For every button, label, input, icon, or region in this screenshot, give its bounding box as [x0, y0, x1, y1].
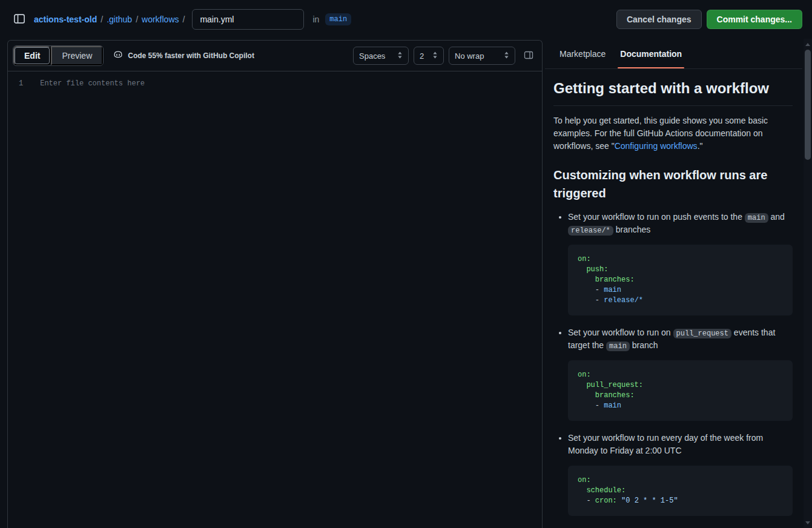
docs-content: Getting started with a workflow To help … — [545, 69, 802, 528]
bullet-text: and — [768, 212, 785, 222]
bullet-text: Set your workflow to run on push events … — [568, 212, 745, 222]
code-block-schedule-example: on: schedule: - cron: "0 2 * * 1-5" — [568, 466, 793, 516]
code-editor[interactable]: 1 Enter file contents here — [8, 71, 542, 528]
side-panel-icon — [524, 50, 533, 62]
inline-code-main: main — [606, 342, 630, 351]
breadcrumb-repo-link[interactable]: actions-test-old — [34, 15, 97, 24]
configuring-workflows-link[interactable]: Configuring workflows — [615, 141, 698, 151]
copilot-icon — [113, 50, 123, 62]
tab-preview[interactable]: Preview — [51, 46, 103, 65]
docs-intro-paragraph: To help you get started, this guide show… — [553, 114, 793, 153]
file-editor-panel: Edit Preview Code 55% faster with GitHub… — [7, 40, 543, 528]
scroll-down-icon — [805, 521, 810, 524]
tab-edit[interactable]: Edit — [13, 46, 51, 65]
breadcrumb-separator: / — [136, 15, 138, 24]
docs-tab-bar: Marketplace Documentation — [545, 39, 802, 69]
docs-section-title: Customizing when workflow runs are trigg… — [553, 166, 793, 202]
indent-mode-value: Spaces — [359, 51, 385, 61]
bullet-text: Set your workflow to run every day of th… — [568, 433, 763, 455]
list-item: Set your workflow to run on push events … — [568, 211, 793, 315]
filename-input[interactable] — [192, 9, 304, 30]
branch-badge: main — [325, 13, 351, 25]
bullet-text: Set your workflow to run on — [568, 328, 673, 337]
indent-size-value: 2 — [420, 51, 424, 61]
breadcrumb: actions-test-old / .github / workflows / — [34, 15, 185, 24]
docs-title: Getting started with a workflow — [553, 78, 793, 106]
breadcrumb-workflows-dir-link[interactable]: workflows — [142, 15, 179, 24]
list-item: Set your workflow to run on pull_request… — [568, 326, 793, 421]
collapse-sidebar-button[interactable] — [10, 10, 29, 29]
breadcrumb-separator: / — [101, 15, 103, 24]
in-label: in — [312, 15, 319, 24]
line-number: 1 — [8, 78, 40, 524]
code-block-pull-request-example: on: pull_request: branches: - main — [568, 360, 793, 421]
list-item: Set your workflow to run every day of th… — [568, 432, 793, 516]
cancel-changes-button[interactable]: Cancel changes — [616, 10, 702, 29]
docs-scrollbar[interactable] — [804, 39, 812, 528]
chevron-up-down-icon — [504, 51, 509, 61]
scroll-down-button[interactable] — [804, 518, 812, 527]
docs-panel: Marketplace Documentation Getting starte… — [545, 39, 802, 528]
copilot-banner[interactable]: Code 55% faster with GitHub Copilot — [113, 50, 254, 62]
scroll-up-button[interactable] — [804, 40, 812, 48]
intro-text-end: ." — [698, 141, 703, 151]
chevron-up-down-icon — [432, 51, 438, 61]
sidebar-panes-icon — [13, 13, 25, 27]
editor-placeholder: Enter file contents here — [40, 78, 145, 524]
chevron-up-down-icon — [397, 51, 403, 61]
commit-changes-button[interactable]: Commit changes... — [707, 10, 802, 29]
toggle-docs-panel-button[interactable] — [520, 47, 537, 64]
indent-size-select[interactable]: 2 — [414, 47, 444, 65]
inline-code-release: release/* — [568, 226, 613, 236]
github-file-editor-page: actions-test-old / .github / workflows /… — [0, 0, 812, 528]
wrap-mode-value: No wrap — [455, 51, 484, 61]
header: actions-test-old / .github / workflows /… — [0, 0, 812, 39]
code-block-push-example: on: push: branches: - main - release/* — [568, 245, 793, 315]
scrollbar-thumb[interactable] — [805, 50, 811, 160]
indent-mode-select[interactable]: Spaces — [353, 47, 409, 65]
tab-marketplace[interactable]: Marketplace — [557, 39, 608, 68]
bullet-text: branches — [613, 225, 650, 234]
tab-documentation[interactable]: Documentation — [618, 39, 684, 68]
breadcrumb-separator: / — [183, 15, 185, 24]
breadcrumb-github-dir-link[interactable]: .github — [107, 15, 132, 24]
editor-toolbar: Edit Preview Code 55% faster with GitHub… — [8, 41, 542, 71]
inline-code-main: main — [745, 213, 768, 223]
edit-preview-tab-group: Edit Preview — [13, 45, 104, 66]
bullet-text: branch — [630, 340, 658, 350]
scroll-up-icon — [805, 43, 810, 46]
wrap-mode-select[interactable]: No wrap — [449, 47, 515, 65]
docs-example-list: Set your workflow to run on push events … — [553, 211, 793, 516]
inline-code-pull-request: pull_request — [673, 329, 731, 338]
copilot-banner-text: Code 55% faster with GitHub Copilot — [128, 51, 254, 60]
